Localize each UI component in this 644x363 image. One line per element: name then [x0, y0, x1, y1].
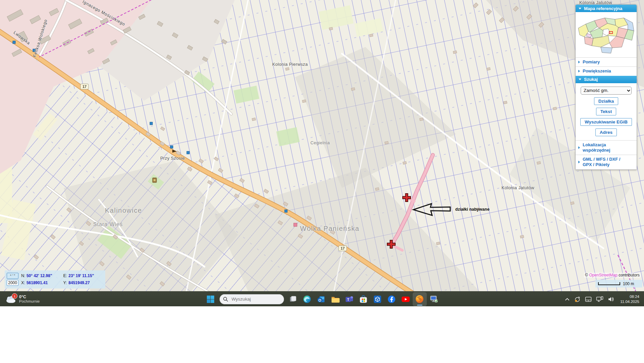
section-mapa-referencyjna[interactable]: Mapa referencyjna [576, 5, 637, 12]
svg-text:17: 17 [341, 246, 345, 250]
map-viewport[interactable]: 17 17 Lwowska Feliksa Wo [0, 0, 644, 291]
chevron-right-icon [578, 161, 580, 163]
firefox-button[interactable] [413, 292, 427, 306]
section-lokalizacja-wspolrzednej[interactable]: Lokalizacja współrzędnej [576, 140, 637, 155]
weather-condition: Pochmurnie [19, 299, 40, 304]
adres-button[interactable]: Adres [595, 128, 617, 136]
section-label: Powiększenia [583, 68, 611, 74]
weather-alert-badge: 1 [12, 293, 17, 299]
facebook-icon [387, 295, 396, 304]
lon-value: 23° 19' 11.15" [68, 273, 103, 278]
outlook-icon: O [317, 295, 326, 304]
taskbar-search[interactable] [220, 294, 284, 304]
map-scale-chip[interactable]: 2000 [7, 280, 18, 286]
section-pomiary[interactable]: Pomiary [576, 57, 637, 66]
display-device-icon[interactable] [596, 296, 603, 302]
cube-app-icon [373, 295, 382, 304]
start-button[interactable] [203, 292, 218, 306]
microsoft-store-icon [359, 295, 368, 304]
section-label: Szukaj [584, 77, 598, 82]
weather-widget[interactable]: 1 0°C Pochmurnie [3, 292, 42, 307]
clock-date: 11.04.2025 [620, 299, 639, 304]
y-value: 8451949.27 [68, 280, 103, 285]
remote-pc-icon [429, 295, 438, 304]
x-value: 5618901.41 [26, 280, 61, 285]
osm-attribution: © OpenStreetMap contributors [584, 273, 641, 277]
y-label: Y: [63, 280, 69, 285]
svg-text:17: 17 [82, 85, 86, 89]
poi-icon [153, 178, 157, 183]
speaker-icon[interactable] [608, 296, 614, 302]
update-pending-icon[interactable] [574, 296, 581, 303]
youtube-icon [401, 295, 410, 304]
chevron-right-icon [578, 146, 580, 149]
outlook-button[interactable]: O [314, 292, 328, 306]
youtube-button[interactable] [399, 292, 413, 306]
facebook-button[interactable] [385, 292, 399, 306]
coordinate-overlay: ° ' " N: 50° 42' 12.98" E: 23° 19' 11.15… [5, 270, 105, 289]
tekst-button[interactable]: Tekst [596, 108, 616, 115]
file-explorer-icon [331, 295, 340, 304]
teams-icon: T [345, 295, 354, 304]
microsoft-store-button[interactable] [356, 292, 370, 306]
cube-app-button[interactable] [370, 292, 385, 306]
weather-temperature: 0°C [19, 295, 40, 299]
road-shield-17-b: 17 [339, 246, 347, 251]
edge-icon [303, 295, 311, 304]
task-view-button[interactable] [286, 292, 300, 306]
wyszukiwanie-egib-button[interactable]: Wyszukiwanie EGiB [580, 118, 632, 126]
section-label: GML / WFS / DXF / GPX / Pikiety [583, 157, 630, 168]
section-label: Mapa referencyjna [584, 6, 622, 11]
clock-time: 08:24 [630, 294, 639, 299]
region-select[interactable]: Zamość gm. [581, 87, 632, 95]
lon-label: E: [63, 273, 69, 278]
region-minimap[interactable] [578, 14, 635, 55]
windows-logo-icon [206, 295, 215, 304]
system-tray: 08:24 11.04.2025 [565, 292, 644, 307]
dzialka-button[interactable]: Działka [594, 97, 619, 105]
section-szukaj[interactable]: Szukaj [576, 76, 637, 83]
svg-text:O: O [318, 298, 321, 302]
taskbar-clock[interactable]: 08:24 11.04.2025 [620, 294, 639, 304]
section-label: Lokalizacja współrzędnej [583, 142, 634, 153]
empty-area-below-taskbar [0, 306, 644, 363]
touchpad-icon[interactable] [585, 297, 592, 302]
lat-value: 50° 42' 12.98" [26, 273, 61, 278]
scalebar: 100 m [595, 280, 642, 288]
section-label: Pomiary [583, 59, 600, 65]
section-gml-wfs-dxf-gpx[interactable]: GML / WFS / DXF / GPX / Pikiety [576, 155, 637, 169]
file-explorer-button[interactable] [328, 292, 342, 306]
task-view-icon [289, 295, 297, 303]
remote-pc-button[interactable] [427, 292, 441, 306]
svg-text:T: T [347, 298, 349, 301]
pink-poi-icon [294, 223, 297, 226]
reference-minimap-wrap [576, 12, 637, 57]
szukaj-section-body: Zamość gm. Działka Tekst Wyszukiwanie EG… [576, 83, 637, 140]
search-icon [223, 297, 228, 302]
x-label: X: [21, 280, 26, 285]
desktop-screen: 17 17 Lwowska Feliksa Wo [0, 0, 644, 363]
chevron-down-icon [579, 8, 581, 9]
windows-taskbar: 1 0°C Pochmurnie [0, 291, 644, 307]
search-input[interactable] [231, 296, 276, 302]
chevron-right-icon [578, 61, 580, 63]
attribution-suffix: contributors [618, 273, 640, 277]
scalebar-label: 100 m [623, 281, 634, 286]
openstreetmap-link[interactable]: OpenStreetMap [589, 273, 618, 277]
dms-format-chip[interactable]: ° ' " [7, 273, 18, 279]
chevron-right-icon [578, 70, 580, 72]
annotation-text: działki nabywane [455, 207, 489, 212]
firefox-icon [415, 295, 424, 304]
teams-button[interactable]: T [342, 292, 356, 306]
map-canvas[interactable]: 17 17 [0, 0, 644, 291]
copyright-sign: © [585, 273, 588, 277]
map-tools-panel: Mapa referencyjna [575, 4, 637, 170]
lat-label: N: [21, 273, 26, 278]
scalebar-line [598, 282, 620, 285]
road-shield-17-a: 17 [80, 84, 89, 89]
hidden-icons-chevron[interactable] [565, 298, 570, 301]
taskbar-center: O T [203, 292, 441, 307]
chevron-down-icon [579, 79, 581, 80]
edge-button[interactable] [300, 292, 314, 306]
section-powiekszenia[interactable]: Powiększenia [576, 66, 637, 75]
